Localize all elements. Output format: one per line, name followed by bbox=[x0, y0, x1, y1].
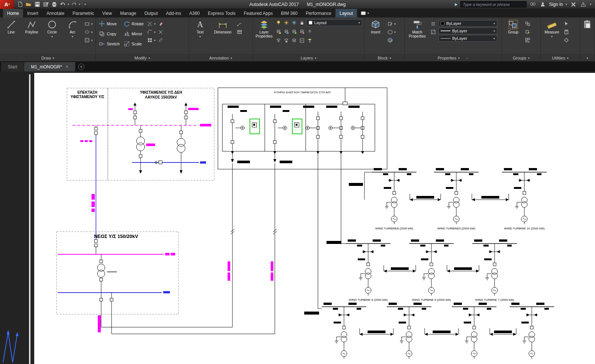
undo-caret[interactable]: ▾ bbox=[68, 3, 69, 6]
rectangle-caret[interactable]: ▾ bbox=[91, 22, 93, 26]
paste-button[interactable] bbox=[582, 19, 593, 54]
layer-properties-button[interactable]: Layer Properties bbox=[255, 19, 273, 54]
layer-unisolate-button[interactable] bbox=[299, 28, 305, 35]
scale-button[interactable]: Scale bbox=[123, 39, 145, 49]
tab-add-ins[interactable]: Add-ins bbox=[162, 9, 185, 17]
create-block-button[interactable] bbox=[387, 29, 393, 35]
circle-button[interactable]: Circle ▾ bbox=[43, 19, 61, 54]
ellipse-tool-button[interactable] bbox=[84, 29, 90, 35]
hatch-caret[interactable]: ▾ bbox=[91, 39, 93, 42]
layer-freeze-button[interactable] bbox=[291, 19, 298, 26]
tab-bim-360[interactable]: BIM 360 bbox=[277, 9, 302, 17]
redo-button[interactable] bbox=[70, 1, 78, 8]
lineweight-combo-caret[interactable]: ▾ bbox=[493, 29, 495, 33]
layer-combo-caret[interactable]: ▾ bbox=[358, 21, 360, 25]
trim-caret[interactable]: ▾ bbox=[154, 22, 155, 26]
groups-panel-footer[interactable]: Groups▾ bbox=[502, 54, 540, 61]
arc-button[interactable]: Arc ▾ bbox=[63, 19, 82, 54]
block-editor-button[interactable] bbox=[387, 37, 393, 44]
linetype-combo-caret[interactable]: ▾ bbox=[493, 37, 495, 40]
tab-parametric[interactable]: Parametric bbox=[68, 9, 98, 17]
tab-manage[interactable]: Manage bbox=[116, 9, 140, 17]
layer-freeze-tool-button[interactable] bbox=[275, 37, 282, 44]
layer-match-button[interactable] bbox=[275, 28, 282, 35]
file-tab-document[interactable]: M1_mONOGR*✕ bbox=[24, 62, 75, 71]
move-button[interactable]: Move bbox=[98, 19, 121, 29]
titlebar-options-caret[interactable]: ▾ bbox=[590, 3, 591, 6]
edit-attribute-caret[interactable]: ▾ bbox=[394, 22, 396, 26]
exchange-apps-icon[interactable] bbox=[570, 1, 577, 8]
close-tab-icon[interactable]: ✕ bbox=[65, 65, 68, 69]
tab-home[interactable]: Home bbox=[3, 9, 23, 17]
explode-button[interactable] bbox=[157, 29, 164, 35]
leader-button[interactable] bbox=[236, 20, 243, 27]
group-selection-toggle[interactable] bbox=[524, 37, 531, 44]
layer-lock-tool-button[interactable] bbox=[283, 37, 290, 44]
tab-a360[interactable]: A360 bbox=[185, 9, 204, 17]
search-input[interactable] bbox=[460, 1, 527, 7]
polyline-button[interactable]: Polyline bbox=[22, 19, 41, 54]
tab-annotate[interactable]: Annotate bbox=[42, 9, 68, 17]
mirror-button[interactable]: Mirror bbox=[123, 29, 145, 39]
undo-button[interactable] bbox=[59, 1, 67, 8]
infocenter-arrow-icon[interactable]: ▶ bbox=[455, 2, 458, 6]
offset-button[interactable] bbox=[157, 37, 164, 44]
tab-insert[interactable]: Insert bbox=[23, 9, 42, 17]
id-point-button[interactable] bbox=[563, 37, 570, 44]
layer-isolate-button[interactable] bbox=[291, 28, 298, 35]
erase-button[interactable] bbox=[157, 20, 164, 27]
line-button[interactable]: Line bbox=[2, 19, 20, 54]
new-file-button[interactable] bbox=[16, 1, 24, 8]
ribbon-display-toggle[interactable]: ▾ bbox=[357, 9, 373, 17]
create-block-caret[interactable]: ▾ bbox=[394, 30, 396, 34]
alert-icon[interactable] bbox=[580, 1, 587, 8]
tab-performance[interactable]: Performance bbox=[302, 9, 335, 17]
search-icon[interactable] bbox=[529, 1, 537, 8]
utilities-panel-footer[interactable]: Utilities▾ bbox=[541, 54, 580, 61]
copy-button[interactable]: Copy bbox=[98, 29, 121, 39]
save-button[interactable] bbox=[33, 1, 41, 8]
properties-list-button[interactable] bbox=[430, 20, 437, 27]
sign-in-button[interactable]: Sign In bbox=[549, 2, 563, 7]
arc-caret[interactable]: ▾ bbox=[72, 35, 73, 38]
properties-dialog-launcher-icon[interactable]: ⌐ bbox=[467, 56, 469, 60]
layer-lock-button[interactable] bbox=[299, 19, 305, 26]
dimension-button[interactable]: Dimension bbox=[211, 19, 234, 54]
new-drawing-tab-button[interactable]: + bbox=[78, 64, 84, 70]
plot-button[interactable] bbox=[51, 1, 58, 8]
circle-caret[interactable]: ▾ bbox=[51, 35, 53, 38]
layer-off-button[interactable] bbox=[306, 28, 313, 35]
object-color-combo[interactable]: ByLayer▾ bbox=[438, 20, 497, 27]
quick-select-button[interactable] bbox=[563, 20, 570, 27]
tab-output[interactable]: Output bbox=[140, 9, 162, 17]
fillet-caret[interactable]: ▾ bbox=[154, 30, 155, 34]
rotate-button[interactable]: Rotate bbox=[123, 19, 145, 29]
edit-attribute-button[interactable] bbox=[387, 20, 393, 27]
stretch-button[interactable]: Stretch bbox=[98, 39, 121, 49]
ellipse-caret[interactable]: ▾ bbox=[91, 30, 93, 34]
layer-vpfreeze-button[interactable] bbox=[299, 37, 305, 44]
redo-caret[interactable]: ▾ bbox=[79, 3, 80, 6]
modify-panel-footer[interactable]: Modify▾ bbox=[96, 54, 189, 61]
insert-button[interactable]: Insert bbox=[366, 19, 385, 54]
trim-button[interactable] bbox=[147, 20, 153, 27]
fillet-button[interactable] bbox=[147, 29, 153, 35]
measure-button[interactable]: Measure ▾ bbox=[543, 19, 561, 54]
file-tab-start[interactable]: Start bbox=[1, 62, 24, 71]
hatch-tool-button[interactable] bbox=[84, 37, 90, 44]
tab-featured-apps[interactable]: Featured Apps bbox=[240, 9, 277, 17]
layer-prev-button[interactable] bbox=[283, 28, 290, 35]
tab-view[interactable]: View bbox=[98, 9, 116, 17]
qat-customize-caret[interactable]: ▾ bbox=[84, 3, 86, 6]
text-button[interactable]: A Text ▾ bbox=[191, 19, 209, 54]
group-button[interactable]: Group bbox=[504, 19, 522, 54]
ungroup-button[interactable] bbox=[524, 20, 531, 27]
layer-select-combo[interactable]: Layout▾ bbox=[306, 19, 362, 26]
measure-caret[interactable]: ▾ bbox=[551, 35, 553, 38]
layer-on-button[interactable] bbox=[275, 19, 282, 26]
layer-thaw-button[interactable] bbox=[283, 19, 290, 26]
drawing-canvas[interactable]: ΕΠΕΚΤΑΣΗ ΥΦΙΣΤΑΜΕΝΟΥ Υ/Σ ΥΦΙΣΤΑΜΕΝΟΣ Υ/Σ… bbox=[0, 71, 595, 364]
open-file-button[interactable] bbox=[25, 1, 32, 8]
match-properties-button[interactable]: Match Properties bbox=[406, 19, 428, 54]
block-panel-footer[interactable]: Block▾ bbox=[364, 54, 404, 61]
